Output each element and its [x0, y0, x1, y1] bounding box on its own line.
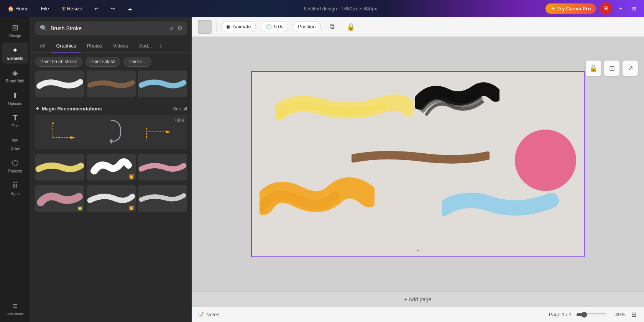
plus-icon: + [619, 6, 622, 12]
arrange-icon: ⧉ [330, 23, 335, 31]
share-icon: ↗ [628, 64, 633, 72]
home-icon: 🏠 [8, 6, 14, 12]
notes-button[interactable]: 📝 Notes [198, 312, 219, 317]
brush-thumb-pink[interactable] [138, 154, 187, 181]
file-button[interactable]: File [38, 4, 52, 13]
sidebar-item-label: Elements [7, 56, 23, 61]
canvas-viewport: 🔒 ⊡ ↗ [192, 37, 644, 291]
magic-recommendations-header: ✦ Magic Recommendations See all [35, 102, 187, 115]
position-button[interactable]: Position [293, 21, 320, 32]
animate-button[interactable]: ◉ Animate [221, 21, 256, 32]
yellow-brush-stroke[interactable] [275, 87, 413, 126]
search-bar: 🔍 ✕ ⚙ [35, 21, 187, 35]
sidebar-item-brand-hub[interactable]: ◈ Brand Hub [2, 65, 28, 86]
hide-button[interactable]: Hide [174, 118, 184, 123]
brush-thumb-lightblue[interactable] [138, 71, 187, 97]
try-pro-button[interactable]: ✦ Try Canva Pro [545, 3, 596, 14]
lock-button[interactable]: 🔒 [344, 20, 358, 34]
crop-button[interactable]: ⊡ [604, 61, 619, 76]
chip-paint-brush-stroke[interactable]: Paint brush stroke [35, 57, 82, 67]
chip-paint-s[interactable]: Paint s... [123, 57, 151, 67]
bulk-icon: ≡ [13, 302, 18, 310]
grid-view-icon: ⊞ [631, 311, 636, 318]
magic-arrow-2 [100, 118, 123, 145]
sparkle-icon: ✦ [35, 106, 39, 112]
crown-badge-3: 👑 [129, 205, 134, 210]
section-title: ✦ Magic Recommendations [35, 106, 102, 112]
avatar[interactable]: R [600, 2, 612, 15]
sidebar-item-elements[interactable]: ✦ Elements [2, 43, 28, 64]
brown-brush-stroke[interactable] [352, 149, 490, 166]
brush-thumb-white2[interactable]: 👑 [87, 185, 136, 212]
search-input[interactable] [51, 25, 166, 31]
text-icon: T [13, 113, 17, 122]
color-swatch[interactable] [198, 20, 212, 34]
divider [216, 21, 217, 32]
orange-brush-stroke[interactable] [260, 174, 375, 233]
arrange-button[interactable]: ⧉ [325, 20, 339, 34]
bottom-bar: 📝 Notes Page 1 / 1 49% ⊞ [192, 307, 644, 322]
cloud-icon: ☁ [127, 6, 132, 12]
sidebar-item-uploads[interactable]: ⬆ Uploads [2, 88, 28, 109]
tab-all[interactable]: All [35, 40, 50, 53]
share-button[interactable]: ↗ [623, 61, 638, 76]
brush-thumb-pink2[interactable]: 👑 [35, 185, 84, 212]
sidebar-item-draw[interactable]: ✏ Draw [2, 133, 28, 154]
svg-marker-4 [110, 140, 113, 145]
lock-canvas-button[interactable]: 🔒 [586, 61, 601, 76]
sidebar-item-apps[interactable]: ⠿ Apps [2, 178, 28, 199]
brushes-grid-2: 👑 [35, 154, 187, 181]
brush-thumb-white3[interactable] [138, 185, 187, 212]
see-all-button[interactable]: See all [173, 106, 187, 112]
brush-thumb-brown[interactable] [87, 71, 136, 97]
sidebar-item-label: Apps [11, 192, 20, 196]
tab-audio[interactable]: Aud... [134, 40, 156, 53]
brushes-grid-3: 👑 👑 [35, 185, 187, 212]
magic-arrow-1 [49, 120, 80, 143]
svg-marker-6 [166, 130, 171, 133]
grid-icon: ⊞ [632, 6, 636, 12]
filter-button[interactable]: ⚙ [177, 25, 182, 32]
toolbar-strip: ◉ Animate 🕐 5.0s Position ⧉ 🔒 [192, 17, 644, 37]
chip-paint-splash[interactable]: Paint splash [85, 57, 120, 67]
sidebar-item-projects[interactable]: ⬡ Projects [2, 155, 28, 176]
sidebar-item-text[interactable]: T Text [2, 110, 28, 131]
clear-search-button[interactable]: ✕ [169, 25, 174, 31]
undo-button[interactable]: ↩ [91, 4, 102, 13]
tab-graphics[interactable]: Graphics [51, 40, 80, 53]
sidebar-item-design[interactable]: ⊞ Design [2, 20, 28, 41]
grid-view-button[interactable]: ⊞ [629, 4, 639, 13]
draw-icon: ✏ [12, 136, 18, 145]
sidebar-item-bulk-create[interactable]: ≡ Bulk create [2, 299, 28, 319]
resize-button[interactable]: ⊞ Resize [58, 4, 85, 13]
scroll-up-indicator[interactable]: ⌃ [415, 248, 421, 257]
zoom-slider[interactable] [576, 312, 607, 318]
tab-photos[interactable]: Photos [82, 40, 107, 53]
sidebar-item-label: Brand Hub [6, 79, 25, 83]
home-button[interactable]: 🏠 Home [5, 4, 32, 13]
tab-videos[interactable]: Videos [108, 40, 133, 53]
add-collaborator-button[interactable]: + [616, 4, 625, 13]
search-icon: 🔍 [40, 25, 48, 32]
tabs: All Graphics Photos Videos Aud... › [31, 39, 192, 53]
brush-thumb-white[interactable] [35, 71, 84, 97]
brand-icon: ◈ [12, 68, 18, 77]
magic-recommendations-box: Hide [35, 115, 187, 149]
pink-circle-stroke[interactable] [515, 130, 576, 191]
design-canvas [251, 71, 585, 257]
icon-sidebar: ⊞ Design ✦ Elements ◈ Brand Hub ⬆ Upload… [0, 17, 31, 322]
design-icon: ⊞ [12, 23, 18, 32]
redo-button[interactable]: ↪ [108, 4, 118, 13]
brush-thumb-white-splash[interactable]: 👑 [87, 154, 136, 181]
tab-more[interactable]: › [158, 39, 163, 53]
add-page-button[interactable]: + Add page [192, 291, 644, 307]
cloud-save-button[interactable]: ☁ [124, 4, 135, 13]
grid-layout-button[interactable]: ⊞ [630, 309, 638, 320]
duration-button[interactable]: 🕐 5.0s [261, 21, 289, 32]
page-info: Page 1 / 1 [549, 312, 572, 317]
black-brush-stroke[interactable] [415, 80, 499, 130]
blue-brush-stroke[interactable] [442, 187, 561, 225]
brush-thumb-yellow[interactable] [35, 154, 84, 181]
sidebar-item-label: Bulk create [7, 312, 24, 316]
canvas-area: ◉ Animate 🕐 5.0s Position ⧉ 🔒 🔒 [192, 17, 644, 322]
